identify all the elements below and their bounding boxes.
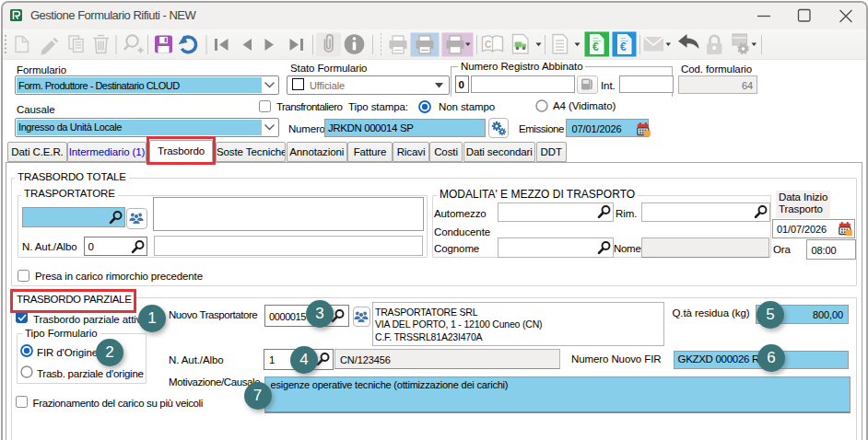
svg-text:€: € bbox=[620, 41, 627, 53]
svg-text:C: C bbox=[485, 40, 491, 50]
svg-text:€: € bbox=[592, 41, 599, 53]
